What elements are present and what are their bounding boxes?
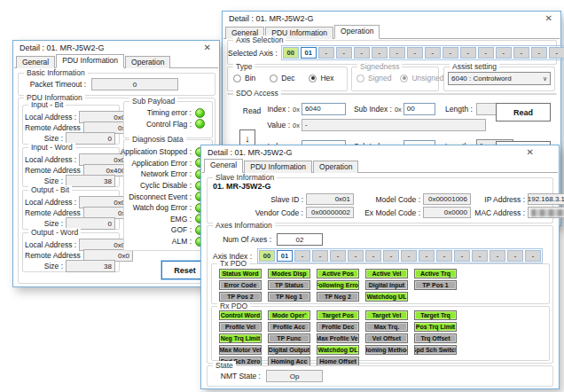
axis-cell-empty-9[interactable]: - bbox=[443, 47, 458, 59]
axis-cell-empty-3[interactable]: - bbox=[336, 47, 352, 59]
axis-cell-empty-13[interactable]: - bbox=[490, 250, 505, 262]
pdo-tp-pos-2[interactable]: TP Pos 2 bbox=[219, 292, 262, 302]
axis-cell-strip: 0001-------------- bbox=[257, 248, 543, 263]
pdo-profile-vel[interactable]: Profile Vel bbox=[219, 322, 262, 332]
close-icon[interactable]: ✕ bbox=[202, 43, 213, 52]
tab-general[interactable]: General bbox=[16, 56, 55, 68]
num-of-axes-input[interactable]: 02 bbox=[277, 233, 323, 246]
radio-dec[interactable]: Dec bbox=[270, 74, 294, 82]
pdo-active-vel[interactable]: Active Vel bbox=[365, 269, 408, 278]
axis-cell-00[interactable]: 00 bbox=[283, 47, 299, 59]
pdu-section-output-bit: Output - BitLocal Address :0x0Remote Add… bbox=[22, 190, 120, 230]
axis-cell-empty-15[interactable]: - bbox=[525, 250, 541, 262]
radio-unsigned[interactable]: Unsigned bbox=[400, 74, 443, 82]
led-label: Timing error : bbox=[147, 108, 192, 117]
radio-signed[interactable]: Signed bbox=[356, 74, 391, 82]
sdo-read-index-input[interactable]: 6040 bbox=[302, 103, 346, 115]
tab-operation[interactable]: Operation bbox=[334, 25, 380, 39]
pdo-target-vel[interactable]: Target Vel bbox=[365, 310, 408, 320]
axis-cell-empty-11[interactable]: - bbox=[454, 250, 470, 262]
pdo-target-trq[interactable]: Target Trq bbox=[414, 310, 457, 320]
field-label: Ex Model Code : bbox=[356, 208, 420, 217]
axis-cell-empty-8[interactable]: - bbox=[425, 47, 441, 59]
tab-pdu-information[interactable]: PDU Information bbox=[56, 54, 124, 68]
axis-cell-empty-10[interactable]: - bbox=[436, 250, 452, 262]
pdo-pos-trq-limit[interactable]: Pos Trq Limit bbox=[414, 322, 457, 332]
num-of-axes-label: Num Of Axes : bbox=[213, 235, 271, 244]
tab-operation[interactable]: Operation bbox=[125, 56, 170, 68]
pdo-tp-status[interactable]: TP Status bbox=[268, 280, 310, 290]
pdo-watchdog-dl[interactable]: Watchdog DL bbox=[317, 345, 359, 355]
axis-cell-empty-14[interactable]: - bbox=[507, 250, 523, 262]
pdo-max-profile-vel[interactable]: Max Profile Vel bbox=[317, 333, 359, 343]
tabstrip: GeneralPDU InformationOperation bbox=[14, 55, 218, 68]
sdo-value-field: - bbox=[302, 119, 486, 131]
axis-cell-01[interactable]: 01 bbox=[301, 47, 317, 59]
axis-cell-empty-8[interactable]: - bbox=[401, 250, 417, 262]
group-label: Axes Information bbox=[213, 221, 275, 230]
axis-cell-empty-4[interactable]: - bbox=[354, 47, 370, 59]
axis-cell-empty-15[interactable]: - bbox=[549, 47, 564, 59]
pdo-active-trq[interactable]: Active Trq bbox=[414, 269, 457, 278]
axis-cell-00[interactable]: 00 bbox=[259, 250, 275, 262]
axis-cell-empty-12[interactable]: - bbox=[496, 47, 512, 59]
pdo-error-code[interactable]: Error Code bbox=[219, 280, 262, 290]
sdo-read-button[interactable]: Read bbox=[496, 103, 551, 122]
sdo-read-subindex-input[interactable]: 00 bbox=[403, 103, 435, 115]
pdo-tp-pos-1[interactable]: TP Pos 1 bbox=[414, 280, 457, 290]
axis-cell-empty-2[interactable]: - bbox=[318, 47, 334, 59]
pdo-tp-neg-1[interactable]: TP Neg 1 bbox=[268, 292, 310, 302]
pdo-tp-neg-2[interactable]: TP Neg 2 bbox=[317, 292, 359, 302]
pdo-max-motor-vel[interactable]: Max Motor Vel bbox=[219, 345, 262, 355]
radio-hex[interactable]: Hex bbox=[309, 74, 333, 82]
pdo-modes-disp[interactable]: Modes Disp bbox=[268, 269, 310, 278]
pdo-max-trq[interactable]: Max Trq. bbox=[365, 322, 408, 332]
pdo-neg-trq-limit[interactable]: Neg Trq Limit bbox=[219, 333, 262, 343]
axis-cell-empty-3[interactable]: - bbox=[312, 250, 328, 262]
axis-cell-empty-7[interactable]: - bbox=[383, 250, 399, 262]
axis-cell-empty-14[interactable]: - bbox=[531, 47, 547, 59]
axis-cell-empty-2[interactable]: - bbox=[294, 250, 310, 262]
pdo-active-pos[interactable]: Active Pos bbox=[317, 269, 359, 278]
pdo-control-word[interactable]: Control Word bbox=[219, 310, 262, 320]
close-icon[interactable]: ✕ bbox=[544, 14, 554, 23]
pdo-trq-offset[interactable]: Trq Offset bbox=[414, 333, 457, 343]
pdo-spd-sch-switch[interactable]: Spd Sch Switch bbox=[414, 345, 457, 355]
axis-cell-empty-12[interactable]: - bbox=[472, 250, 488, 262]
tab-operation[interactable]: Operation bbox=[313, 161, 358, 173]
pdo-digital-output[interactable]: Digital Output bbox=[268, 345, 310, 355]
pdo-target-pos[interactable]: Target Pos bbox=[317, 310, 359, 320]
pdu-section-output-word: Output - WordLocal Address :0x0Remote Ad… bbox=[22, 232, 120, 272]
axis-cell-empty-5[interactable]: - bbox=[372, 47, 388, 59]
radio-bin[interactable]: Bin bbox=[233, 74, 255, 82]
window-detail-pdu-information: Detail : 01. MR-J5W2-G ✕ GeneralPDU Info… bbox=[12, 40, 220, 287]
axis-cell-empty-7[interactable]: - bbox=[407, 47, 423, 59]
pdo-homing-method[interactable]: Homing Method bbox=[365, 345, 408, 355]
axis-cell-empty-10[interactable]: - bbox=[460, 47, 476, 59]
tab-general[interactable]: General bbox=[204, 159, 243, 173]
axis-cell-01[interactable]: 01 bbox=[277, 250, 293, 262]
tab-pdu-information[interactable]: PDU Information bbox=[244, 161, 312, 173]
pdo-following-error[interactable]: Following Error bbox=[317, 280, 359, 290]
device-name: 01. MR-J5W2-G bbox=[213, 182, 271, 191]
pdo-tp-func[interactable]: TP Func bbox=[268, 333, 310, 343]
pdo-status-word[interactable]: Status Word bbox=[219, 269, 262, 278]
axis-cell-empty-9[interactable]: - bbox=[419, 250, 435, 262]
field-model-code: 0x00001006 bbox=[423, 193, 471, 205]
pdo-profile-acc[interactable]: Profile Acc bbox=[268, 322, 310, 332]
axis-cell-empty-6[interactable]: - bbox=[389, 47, 405, 59]
axis-cell-strip: 0001-------------- bbox=[281, 45, 564, 60]
axis-cell-empty-13[interactable]: - bbox=[513, 47, 529, 59]
axis-cell-empty-6[interactable]: - bbox=[365, 250, 381, 262]
axis-cell-empty-5[interactable]: - bbox=[348, 250, 364, 262]
assist-setting-select[interactable]: 6040 : Controlword ∨ bbox=[448, 72, 551, 85]
pdo-profile-dec[interactable]: Profile Dec bbox=[317, 322, 359, 332]
pdo-mode-oper[interactable]: Mode Oper' bbox=[268, 310, 310, 320]
axis-cell-empty-4[interactable]: - bbox=[330, 250, 346, 262]
close-icon[interactable]: ✕ bbox=[525, 148, 536, 157]
field-label: Local Address : bbox=[25, 198, 76, 207]
axis-cell-empty-11[interactable]: - bbox=[478, 47, 494, 59]
pdo-watchdog-ul[interactable]: Watchdog UL bbox=[365, 292, 408, 302]
pdo-digital-input[interactable]: Digital Input bbox=[365, 280, 408, 290]
pdo-vel-offset[interactable]: Vel Offset bbox=[365, 333, 408, 343]
